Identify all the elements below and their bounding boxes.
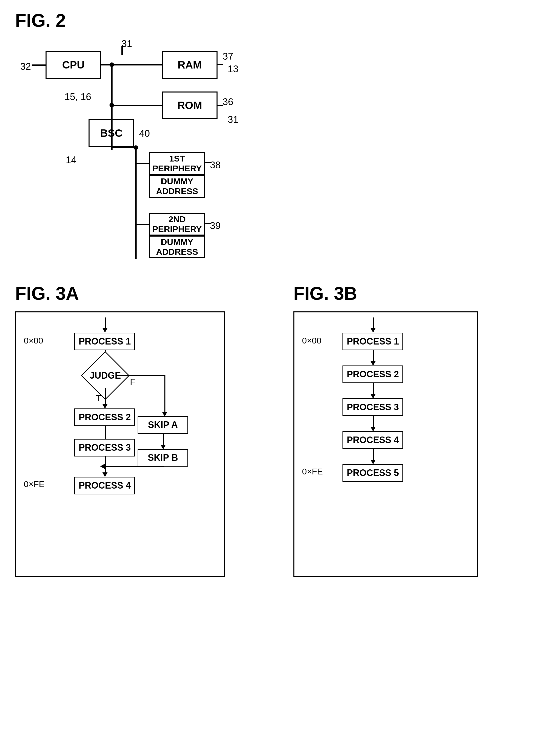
h-line-periph1 (135, 163, 150, 164)
periph2-box: 2ND PERIPHERY (149, 213, 205, 236)
ann-32: 32 (20, 61, 31, 72)
addr-bot-3a: 0×FE (24, 479, 45, 489)
curve-31-top (121, 46, 123, 55)
flowcharts-row: FIG. 3A PROCESS 1 JUDGE T F (15, 283, 521, 577)
addr-top-3a: 0×00 (24, 336, 43, 346)
judge-t-line (105, 388, 106, 406)
entry-arrow-head (103, 328, 108, 333)
t-label: T (96, 393, 102, 403)
addr-top-3b: 0×00 (302, 336, 321, 346)
ann-13: 13 (228, 64, 238, 75)
judge-f-h (118, 375, 165, 376)
sb-arrow-left (100, 464, 105, 469)
curve-37 (218, 64, 223, 65)
process4-box: PROCESS 4 (74, 477, 135, 494)
entry-arrow-line-3b (373, 317, 374, 330)
process2-box-3b: PROCESS 2 (342, 365, 403, 383)
junction-dot-periph (134, 145, 138, 150)
ann-40: 40 (139, 128, 150, 139)
process3-box: PROCESS 3 (74, 439, 135, 456)
judge-f-v (164, 375, 165, 414)
fig3a-label: FIG. 3A (15, 283, 243, 304)
fig3a-area: PROCESS 1 JUDGE T F PROCESS 2 (15, 311, 225, 577)
process1-box-3b: PROCESS 1 (342, 333, 403, 350)
cpu-box: CPU (46, 51, 101, 79)
fig2-diagram: CPU RAM ROM BSC 1ST PERIPHERY DUMMY ADDR… (15, 36, 281, 284)
fig2-label: FIG. 2 (15, 10, 293, 31)
skipa-box: SKIP A (138, 416, 188, 434)
sa-to-sb (163, 434, 164, 446)
process2-box: PROCESS 2 (74, 408, 135, 426)
fig3b-label: FIG. 3B (293, 283, 521, 304)
curve-36 (218, 104, 223, 106)
junction-dot-top (110, 63, 114, 67)
process1-box: PROCESS 1 (74, 333, 135, 350)
p1-p2-arrow-3b (371, 361, 376, 366)
p3-p4-arrow-3b (371, 427, 376, 431)
process3-box-3b: PROCESS 3 (342, 398, 403, 416)
f-label: F (130, 377, 135, 387)
t-arrow (103, 404, 108, 409)
p3-to-p4 (105, 456, 106, 474)
curve-38 (205, 162, 211, 163)
h-line-periph2 (135, 224, 150, 225)
curve-39 (205, 223, 211, 224)
dummy1-box: DUMMY ADDRESS (149, 175, 205, 198)
junction-dot-rom (110, 103, 114, 108)
ram-box: RAM (162, 51, 218, 79)
judge-diamond: JUDGE (85, 363, 126, 388)
ann-36: 36 (223, 97, 233, 108)
process4-box-3b: PROCESS 4 (342, 431, 403, 449)
fig3b-area: PROCESS 1 PROCESS 2 PROCESS 3 PROCESS 4 (293, 311, 478, 577)
addr-bot-3b: 0×FE (302, 467, 323, 476)
ann-31-top: 31 (121, 39, 132, 49)
p4-p5-arrow-3b (371, 460, 376, 464)
ann-31-bot: 31 (228, 114, 238, 125)
p2-to-p3 (105, 426, 106, 439)
ann-37: 37 (223, 51, 233, 62)
bus-line-rom (111, 104, 163, 106)
curve-32 (31, 65, 46, 66)
sb-h-line (105, 466, 164, 467)
ann-1516: 15, 16 (65, 92, 91, 102)
skipb-box: SKIP B (138, 449, 188, 467)
ann-39: 39 (210, 220, 221, 231)
bsc-to-periph-h (111, 147, 136, 148)
fig3a-section: FIG. 3A PROCESS 1 JUDGE T F (15, 283, 243, 577)
dummy2-box: DUMMY ADDRESS (149, 236, 205, 258)
periph1-box: 1ST PERIPHERY (149, 152, 205, 175)
ann-38: 38 (210, 160, 221, 171)
fig3b-section: FIG. 3B PROCESS 1 PROCESS 2 PROCESS 3 (293, 283, 521, 577)
p2-p3-arrow-3b (371, 394, 376, 399)
fig2-section: FIG. 2 CPU RAM ROM BSC 1ST PERIPHERY DUM… (15, 10, 293, 284)
ann-14: 14 (66, 155, 76, 166)
entry-arrow-line (105, 317, 106, 330)
entry-arrow-head-3b (371, 328, 376, 333)
p3-arrow (103, 472, 108, 477)
rom-box: ROM (162, 92, 218, 119)
process5-box-3b: PROCESS 5 (342, 464, 403, 482)
